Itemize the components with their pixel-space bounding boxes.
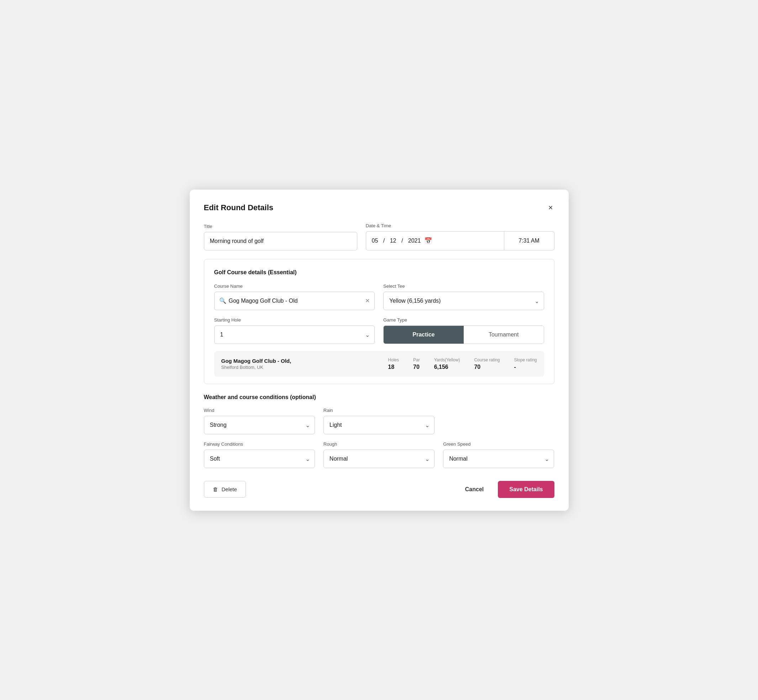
- slope-rating-label: Slope rating: [514, 358, 537, 362]
- green-speed-label: Green Speed: [443, 441, 554, 447]
- modal-title: Edit Round Details: [204, 203, 274, 212]
- golf-course-section-title: Golf Course details (Essential): [214, 269, 544, 276]
- course-main-name: Gog Magog Golf Club - Old,: [221, 358, 388, 364]
- course-rating-label: Course rating: [474, 358, 500, 362]
- game-type-toggle: Practice Tournament: [383, 325, 544, 344]
- course-info-row: Gog Magog Golf Club - Old, Shelford Bott…: [214, 351, 544, 377]
- datetime-inner: 05 / 12 / 2021 📅 7:31 AM: [366, 231, 554, 250]
- top-row: Title Date & Time 05 / 12 / 2021 📅 7:31 …: [204, 223, 554, 250]
- fairway-rough-green-row: Fairway Conditions Dry Normal Soft Very …: [204, 441, 554, 468]
- edit-round-modal: Edit Round Details × Title Date & Time 0…: [190, 189, 568, 511]
- starting-hole-label: Starting Hole: [214, 317, 375, 323]
- footer-right: Cancel Save Details: [458, 481, 554, 498]
- wind-select-wrap: Calm Light Moderate Strong Very Strong ⌄: [204, 416, 315, 434]
- datetime-label: Date & Time: [366, 223, 554, 228]
- rough-dropdown[interactable]: Short Normal Long Very Long: [324, 450, 434, 468]
- wind-rain-row: Wind Calm Light Moderate Strong Very Str…: [204, 408, 554, 434]
- course-name-label: Course Name: [214, 283, 375, 289]
- weather-section: Weather and course conditions (optional)…: [204, 394, 554, 468]
- trash-icon: 🗑: [213, 486, 218, 492]
- holes-label: Holes: [388, 358, 399, 362]
- tournament-toggle-button[interactable]: Tournament: [464, 326, 544, 344]
- starting-hole-group: Starting Hole 1 10 ⌄: [214, 317, 375, 344]
- title-input[interactable]: [204, 232, 357, 250]
- stat-slope-rating: Slope rating -: [514, 358, 537, 370]
- date-month: 05: [372, 238, 378, 244]
- practice-toggle-button[interactable]: Practice: [384, 326, 464, 344]
- date-year: 2021: [408, 238, 421, 244]
- date-field[interactable]: 05 / 12 / 2021 📅: [366, 231, 504, 250]
- fairway-select-wrap: Dry Normal Soft Very Soft ⌄: [204, 450, 315, 468]
- green-speed-dropdown[interactable]: Slow Normal Fast Very Fast: [443, 450, 554, 468]
- wind-dropdown[interactable]: Calm Light Moderate Strong Very Strong: [204, 416, 315, 434]
- course-name-input[interactable]: [214, 292, 375, 310]
- stat-yards: Yards(Yellow) 6,156: [434, 358, 460, 370]
- rough-select-wrap: Short Normal Long Very Long ⌄: [324, 450, 434, 468]
- save-button[interactable]: Save Details: [498, 481, 554, 498]
- slope-rating-value: -: [514, 364, 516, 370]
- cancel-button[interactable]: Cancel: [458, 481, 491, 498]
- rough-label: Rough: [324, 441, 434, 447]
- golf-course-section: Golf Course details (Essential) Course N…: [204, 259, 554, 384]
- par-label: Par: [413, 358, 420, 362]
- fairway-group: Fairway Conditions Dry Normal Soft Very …: [204, 441, 315, 468]
- green-speed-group: Green Speed Slow Normal Fast Very Fast ⌄: [443, 441, 554, 468]
- calendar-icon: 📅: [424, 237, 432, 245]
- stat-course-rating: Course rating 70: [474, 358, 500, 370]
- weather-section-title: Weather and course conditions (optional): [204, 394, 554, 400]
- rough-group: Rough Short Normal Long Very Long ⌄: [324, 441, 434, 468]
- game-type-group: Game Type Practice Tournament: [383, 317, 544, 344]
- select-tee-wrap: Yellow (6,156 yards) White (6,500 yards)…: [383, 292, 544, 310]
- stat-holes: Holes 18: [388, 358, 399, 370]
- green-speed-select-wrap: Slow Normal Fast Very Fast ⌄: [443, 450, 554, 468]
- date-day: 12: [390, 238, 396, 244]
- title-label: Title: [204, 224, 357, 229]
- wind-group: Wind Calm Light Moderate Strong Very Str…: [204, 408, 315, 434]
- wind-label: Wind: [204, 408, 315, 413]
- fairway-dropdown[interactable]: Dry Normal Soft Very Soft: [204, 450, 315, 468]
- course-name-location: Gog Magog Golf Club - Old, Shelford Bott…: [221, 358, 388, 370]
- select-tee-dropdown[interactable]: Yellow (6,156 yards) White (6,500 yards)…: [383, 292, 544, 310]
- delete-button[interactable]: 🗑 Delete: [204, 481, 246, 498]
- clear-icon[interactable]: ✕: [365, 297, 370, 304]
- starting-hole-wrap: 1 10 ⌄: [214, 325, 375, 344]
- delete-label: Delete: [222, 486, 237, 492]
- modal-header: Edit Round Details ×: [204, 202, 554, 213]
- search-icon: 🔍: [219, 297, 226, 304]
- date-sep1: /: [382, 238, 386, 244]
- datetime-field-group: Date & Time 05 / 12 / 2021 📅 7:31 AM: [366, 223, 554, 250]
- yards-value: 6,156: [434, 364, 448, 370]
- stat-par: Par 70: [413, 358, 420, 370]
- course-rating-value: 70: [474, 364, 481, 370]
- select-tee-group: Select Tee Yellow (6,156 yards) White (6…: [383, 283, 544, 310]
- rain-label: Rain: [324, 408, 434, 413]
- close-button[interactable]: ×: [547, 202, 554, 213]
- rain-select-wrap: None Light Moderate Heavy ⌄: [324, 416, 434, 434]
- course-name-group: Course Name 🔍 ✕: [214, 283, 375, 310]
- game-type-label: Game Type: [383, 317, 544, 323]
- holes-value: 18: [388, 364, 394, 370]
- date-sep2: /: [399, 238, 404, 244]
- rain-group: Rain None Light Moderate Heavy ⌄: [324, 408, 434, 434]
- time-field[interactable]: 7:31 AM: [504, 231, 554, 250]
- select-tee-label: Select Tee: [383, 283, 544, 289]
- course-stats: Holes 18 Par 70 Yards(Yellow) 6,156 Cour…: [388, 358, 537, 370]
- par-value: 70: [413, 364, 420, 370]
- hole-gametype-row: Starting Hole 1 10 ⌄ Game Type Practice …: [214, 317, 544, 344]
- yards-label: Yards(Yellow): [434, 358, 460, 362]
- fairway-label: Fairway Conditions: [204, 441, 315, 447]
- rain-dropdown[interactable]: None Light Moderate Heavy: [324, 416, 434, 434]
- title-field-group: Title: [204, 224, 357, 250]
- course-tee-row: Course Name 🔍 ✕ Select Tee Yellow (6,156…: [214, 283, 544, 310]
- course-location: Shelford Bottom, UK: [221, 364, 388, 370]
- course-name-input-wrap: 🔍 ✕: [214, 292, 375, 310]
- starting-hole-dropdown[interactable]: 1 10: [214, 325, 375, 344]
- modal-footer: 🗑 Delete Cancel Save Details: [204, 478, 554, 498]
- time-value: 7:31 AM: [518, 238, 539, 244]
